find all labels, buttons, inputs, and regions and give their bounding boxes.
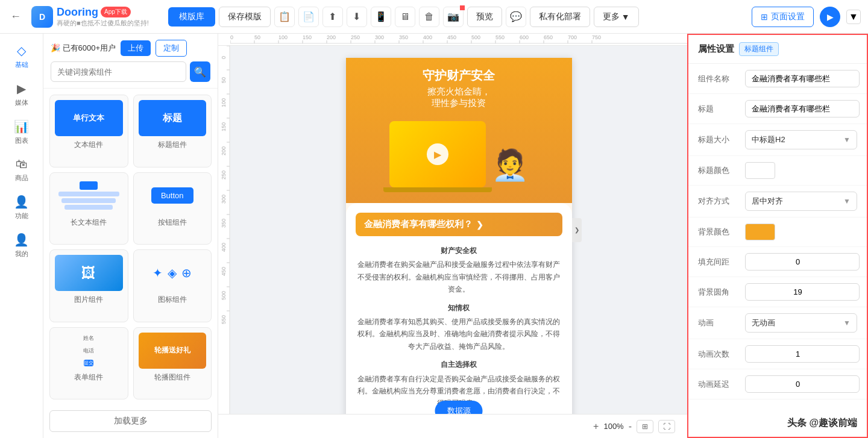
file-icon[interactable]: 📄 <box>298 7 319 27</box>
mobile-icon[interactable]: 📱 <box>371 7 391 27</box>
logo-badge[interactable]: App下载 <box>101 7 131 17</box>
align-select[interactable]: 居中对齐 ▼ <box>745 192 857 211</box>
prop-bg-color: 背景颜色 <box>688 217 867 247</box>
prop-anim-count: 动画次数 <box>688 339 867 369</box>
page-settings-label: 页面设置 <box>771 11 805 22</box>
title-input[interactable] <box>745 100 860 117</box>
carousel-component[interactable]: 轮播送好礼 轮播图组件 <box>133 327 212 400</box>
datasource-button[interactable]: 数据源 <box>435 401 483 414</box>
comp-name-input[interactable] <box>745 70 860 87</box>
save-template-button[interactable]: 保存模版 <box>219 7 271 27</box>
zoom-minus-button[interactable]: - <box>629 421 632 432</box>
canvas-wrapper[interactable]: 0 50 100 150 200 250 300 350 400 450 500… <box>218 46 687 414</box>
mine-icon: 👤 <box>14 233 29 247</box>
page-settings-button[interactable]: ⊞ 页面设置 <box>752 7 814 27</box>
title-color-swatch[interactable] <box>745 162 775 179</box>
preview-button[interactable]: 预览 <box>467 7 502 27</box>
title-size-select[interactable]: 中标题H2 ▼ <box>745 130 857 149</box>
grid-view-button[interactable]: ⊞ <box>637 420 653 433</box>
button-preview: Button <box>139 178 207 214</box>
canvas-content: 守护财产安全 擦亮火焰金睛， 理性参与投资 ▶ <box>230 46 687 414</box>
hero-title: 守护财产安全 <box>356 67 562 84</box>
prop-anim-delay: 动画延迟 <box>688 369 867 399</box>
title-preview: 标题 <box>139 100 207 136</box>
form-component[interactable]: 姓名 电话 提交 表单组件 <box>49 327 128 400</box>
padding-label: 填充间距 <box>698 257 740 267</box>
long-text-component[interactable]: 长文本组件 <box>49 172 128 245</box>
ruler-left: 0 50 100 150 200 250 300 350 400 450 500… <box>218 46 230 414</box>
page-canvas-container[interactable]: 守护财产安全 擦亮火焰金睛， 理性参与投资 ▶ <box>346 58 572 402</box>
title-component[interactable]: 标题 标题组件 <box>133 95 212 167</box>
sidebar-item-mine-label: 我的 <box>15 249 28 258</box>
sidebar-item-chart[interactable]: 📊 图表 <box>4 114 40 150</box>
sidebar-item-basic-label: 基础 <box>15 60 28 69</box>
load-more-button[interactable]: 加载更多 <box>49 410 212 432</box>
dropdown-button[interactable]: ▼ <box>846 10 861 24</box>
single-text-component[interactable]: 单行文本 文本组件 <box>49 95 128 167</box>
more-button[interactable]: 更多 ▼ <box>594 7 639 27</box>
content-card[interactable]: 金融消费者享有哪些权利？ ❯ 财产安全权 金融消费者在购买金融产品和接受金融服务… <box>346 203 572 414</box>
content-body: 财产安全权 金融消费者在购买金融产品和接受金融服务过程中依法享有财产不受侵害的权… <box>356 245 562 414</box>
prop-border-radius: 背景圆角 <box>688 277 867 307</box>
private-deploy-button[interactable]: 私有化部署 <box>530 7 590 27</box>
ruler-top: 0 50 100 150 200 250 300 350 400 450 500… <box>218 34 687 46</box>
component-grid: 单行文本 文本组件 标题 标题组件 长文本组件 <box>43 89 218 405</box>
image-preview: 🖼 <box>55 255 123 291</box>
more-arrow-icon: ▼ <box>621 12 630 22</box>
share-icon[interactable]: 💬 <box>506 7 526 27</box>
expand-handle[interactable]: ❯ <box>572 218 582 242</box>
svg-text:200: 200 <box>221 146 227 155</box>
icon-group-component[interactable]: ✦ ◈ ⊕ 图标组件 <box>133 249 212 322</box>
button-component[interactable]: Button 按钮组件 <box>133 172 212 245</box>
play-button-icon[interactable]: ▶ <box>427 143 448 165</box>
more-label: 更多 <box>603 11 620 22</box>
section-text-2: 金融消费者享有知悉其购买、使用产品或接受服务的真实情况的权利。金融机构应当及时、… <box>356 316 562 352</box>
zoom-controls: + 100% - ⊞ ⛶ <box>593 420 675 433</box>
content-title-text: 金融消费者享有哪些权利？ <box>364 219 473 230</box>
upload-icon[interactable]: ⬆ <box>322 7 343 27</box>
bg-color-swatch[interactable] <box>745 224 775 240</box>
sidebar-item-function[interactable]: 👤 功能 <box>4 190 40 225</box>
desktop-icon[interactable]: 🖥 <box>395 7 415 27</box>
component-panel: 🎉 已有6000+用户 上传 定制 🔍 单行文本 文本组件 标题 <box>43 34 218 438</box>
padding-input[interactable] <box>745 253 860 271</box>
border-radius-input[interactable] <box>745 283 860 301</box>
icon-group-label: 图标组件 <box>158 295 187 305</box>
sidebar-item-mine[interactable]: 👤 我的 <box>4 228 40 263</box>
anim-delay-input[interactable] <box>745 375 860 393</box>
template-library-button[interactable]: 模版库 <box>168 7 215 27</box>
svg-text:400: 400 <box>423 34 432 40</box>
user-avatar[interactable]: ▶ <box>820 7 840 27</box>
title-size-value: 中标题H2 <box>752 134 785 145</box>
custom-button[interactable]: 定制 <box>156 40 187 57</box>
svg-text:650: 650 <box>544 34 553 40</box>
camera-icon[interactable]: 📷 <box>443 7 464 27</box>
sidebar-item-product[interactable]: 🛍 商品 <box>4 152 40 187</box>
panel-title: 属性设置 <box>698 43 734 55</box>
right-panel-header: 属性设置 标题组件 <box>688 35 867 64</box>
sidebar-item-media[interactable]: ▶ 媒体 <box>4 77 40 112</box>
upload-button[interactable]: 上传 <box>121 40 151 56</box>
search-button[interactable]: 🔍 <box>190 61 210 82</box>
svg-text:350: 350 <box>399 34 408 40</box>
search-input[interactable] <box>51 61 186 82</box>
prop-title: 标题 <box>688 94 867 124</box>
section-title-3: 自主选择权 <box>356 358 562 371</box>
canvas-bottom-bar: + 100% - ⊞ ⛶ <box>218 414 687 438</box>
copy-icon[interactable]: 📋 <box>274 7 295 27</box>
page-canvas[interactable]: 守护财产安全 擦亮火焰金睛， 理性参与投资 ▶ <box>346 58 572 414</box>
sidebar-item-chart-label: 图表 <box>15 136 28 145</box>
animation-arrow-icon: ▼ <box>843 319 851 327</box>
delete-icon[interactable]: 🗑 <box>419 7 439 27</box>
animation-select[interactable]: 无动画 ▼ <box>745 313 857 333</box>
anim-count-input[interactable] <box>745 345 860 363</box>
zoom-add-button[interactable]: + <box>593 421 599 432</box>
content-section: 金融消费者享有哪些权利？ ❯ 财产安全权 金融消费者在购买金融产品和接受金融服务… <box>346 203 572 414</box>
back-button[interactable]: ← <box>7 8 24 25</box>
page-settings-icon: ⊞ <box>761 12 768 22</box>
fullscreen-button[interactable]: ⛶ <box>658 420 675 433</box>
animation-label: 动画 <box>698 318 740 328</box>
image-component[interactable]: 🖼 图片组件 <box>49 249 128 322</box>
sidebar-item-basic[interactable]: ◇ 基础 <box>4 39 40 74</box>
download-icon[interactable]: ⬇ <box>347 7 367 27</box>
